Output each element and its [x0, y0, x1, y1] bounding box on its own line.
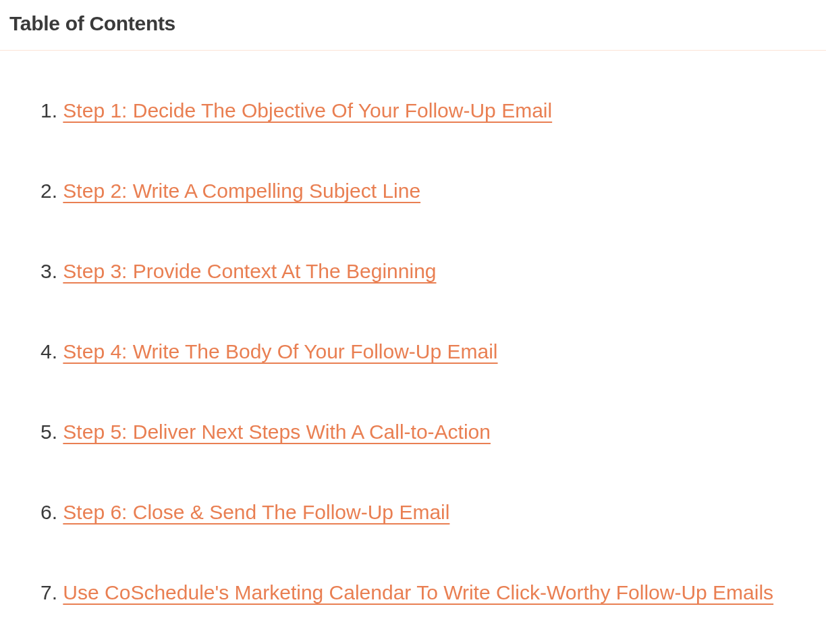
toc-item: Use CoSchedule's Marketing Calendar To W… — [40, 573, 786, 612]
toc-item: Step 5: Deliver Next Steps With A Call-t… — [40, 412, 786, 451]
toc-container: Step 1: Decide The Objective Of Your Fol… — [0, 51, 826, 644]
toc-item: Step 6: Close & Send The Follow-Up Email — [40, 493, 786, 531]
toc-title: Table of Contents — [9, 12, 817, 35]
toc-item: Step 3: Provide Context At The Beginning — [40, 252, 786, 290]
toc-link-step-2[interactable]: Step 2: Write A Compelling Subject Line — [63, 180, 420, 202]
toc-link-coschedule[interactable]: Use CoSchedule's Marketing Calendar To W… — [63, 581, 773, 603]
toc-link-step-4[interactable]: Step 4: Write The Body Of Your Follow-Up… — [63, 340, 497, 363]
toc-link-step-5[interactable]: Step 5: Deliver Next Steps With A Call-t… — [63, 421, 491, 443]
toc-item: Step 2: Write A Compelling Subject Line — [40, 171, 786, 210]
toc-link-step-1[interactable]: Step 1: Decide The Objective Of Your Fol… — [63, 99, 552, 122]
toc-header: Table of Contents — [0, 0, 826, 51]
toc-list: Step 1: Decide The Objective Of Your Fol… — [40, 91, 786, 644]
toc-item: Step 4: Write The Body Of Your Follow-Up… — [40, 332, 786, 371]
toc-link-step-3[interactable]: Step 3: Provide Context At The Beginning — [63, 260, 436, 282]
toc-item: Step 1: Decide The Objective Of Your Fol… — [40, 91, 786, 130]
toc-link-step-6[interactable]: Step 6: Close & Send The Follow-Up Email — [63, 501, 449, 523]
